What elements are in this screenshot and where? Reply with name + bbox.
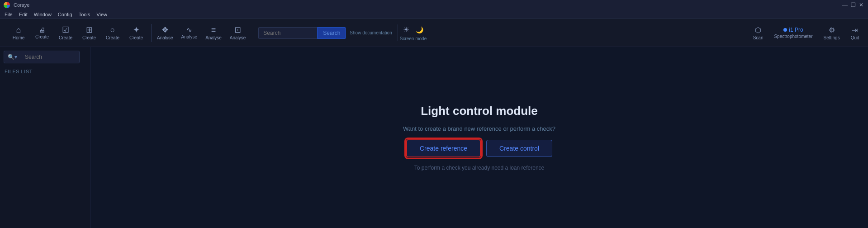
show-documentation-label: Show documentation bbox=[350, 30, 392, 35]
menu-config[interactable]: Config bbox=[55, 11, 75, 18]
scan-label: Scan bbox=[753, 35, 764, 40]
window-controls[interactable]: — ❐ ✕ bbox=[842, 2, 864, 8]
analyse3-button[interactable]: ≡ Analyse bbox=[202, 24, 225, 42]
print-icon: 🖨 bbox=[39, 27, 45, 33]
menu-view[interactable]: View bbox=[94, 11, 110, 18]
circle-icon: ○ bbox=[110, 26, 115, 34]
home-icon: ⌂ bbox=[16, 26, 21, 34]
analyse3-icon: ≡ bbox=[211, 26, 216, 34]
files-list-label: FILES LIST bbox=[4, 67, 86, 76]
print-button[interactable]: 🖨 Create bbox=[31, 25, 53, 41]
moon-screen-button[interactable]: 🌙 bbox=[414, 25, 425, 34]
spectro-status-dot bbox=[783, 28, 787, 32]
menu-tools[interactable]: Tools bbox=[76, 11, 93, 18]
spectrophotometer-button[interactable]: i1 Pro Spectrophotometer bbox=[770, 25, 816, 41]
analyse4-button[interactable]: ⊡ Analyse bbox=[226, 24, 250, 42]
create-label-4: Create bbox=[106, 35, 119, 40]
analyse-label-3: Analyse bbox=[205, 35, 222, 40]
exit-button[interactable]: ⇥ Quit bbox=[847, 24, 863, 42]
create-label-2: Create bbox=[59, 35, 72, 40]
analyse-label-4: Analyse bbox=[230, 35, 246, 40]
screen-mode-label: Screen mode bbox=[400, 36, 427, 41]
main-content: Light control module Want to create a br… bbox=[90, 47, 868, 228]
sun-create-icon: ✦ bbox=[133, 26, 140, 34]
exit-icon: ⇥ bbox=[852, 26, 858, 34]
exit-label: Quit bbox=[851, 35, 859, 40]
spectro-name: i1 Pro bbox=[783, 27, 803, 33]
hint-text: To perform a check you already need a lo… bbox=[414, 165, 545, 171]
create-label-1: Create bbox=[35, 34, 49, 39]
toolbar-search-input[interactable] bbox=[258, 27, 317, 39]
scan-button[interactable]: ⬡ Scan bbox=[749, 24, 767, 42]
analyse2-button[interactable]: ∿ Analyse bbox=[178, 24, 201, 41]
grid-button[interactable]: ⊞ Create bbox=[78, 24, 100, 42]
spectro-label: Spectrophotometer bbox=[774, 34, 812, 39]
main-layout: 🔍▾ FILES LIST Light control module Want … bbox=[0, 47, 868, 228]
title-bar-left: Coraye bbox=[4, 2, 29, 8]
menu-window[interactable]: Window bbox=[31, 11, 54, 18]
toolbar-group-analyse: ❖ Analyse ∿ Analyse ≡ Analyse ⊡ Analyse bbox=[151, 24, 251, 42]
sun-screen-icon: ☀ bbox=[403, 25, 409, 34]
settings-label: Settings bbox=[824, 35, 840, 40]
home-label: Home bbox=[13, 35, 25, 40]
create-reference-button[interactable]: Create reference bbox=[406, 139, 481, 157]
toolbar-right: ⬡ Scan i1 Pro Spectrophotometer ⚙ Settin… bbox=[749, 24, 863, 42]
sun-create-button[interactable]: ✦ Create bbox=[125, 24, 147, 42]
restore-button[interactable]: ❐ bbox=[850, 2, 856, 8]
analyse-label-2: Analyse bbox=[181, 34, 198, 39]
sidebar-search-icon: 🔍▾ bbox=[8, 54, 17, 60]
analyse-label-1: Analyse bbox=[157, 35, 173, 40]
create-label-3: Create bbox=[82, 35, 96, 40]
sidebar-search-area: 🔍▾ bbox=[4, 51, 86, 63]
analyse4-icon: ⊡ bbox=[234, 26, 241, 34]
minimize-button[interactable]: — bbox=[842, 2, 848, 8]
menu-bar: File Edit Window Config Tools View bbox=[0, 10, 868, 19]
module-title: Light control module bbox=[421, 104, 538, 118]
sidebar: 🔍▾ FILES LIST bbox=[0, 47, 90, 228]
analyse1-button[interactable]: ❖ Analyse bbox=[153, 24, 177, 42]
app-title: Coraye bbox=[14, 2, 29, 8]
sun-screen-button[interactable]: ☀ bbox=[401, 24, 411, 35]
action-buttons: Create reference Create control bbox=[406, 139, 552, 157]
close-button[interactable]: ✕ bbox=[858, 2, 864, 8]
create-control-button[interactable]: Create control bbox=[486, 140, 552, 157]
module-subtitle: Want to create a brand new reference or … bbox=[403, 125, 555, 132]
task-button[interactable]: ☑ Create bbox=[54, 24, 77, 42]
sidebar-search-input[interactable] bbox=[21, 51, 80, 63]
analyse2-icon: ∿ bbox=[186, 26, 192, 33]
grid-icon: ⊞ bbox=[86, 26, 93, 34]
settings-icon: ⚙ bbox=[829, 26, 835, 34]
search-area: Search bbox=[258, 27, 346, 39]
moon-screen-icon: 🌙 bbox=[416, 26, 423, 33]
menu-edit[interactable]: Edit bbox=[16, 11, 30, 18]
settings-button[interactable]: ⚙ Settings bbox=[820, 24, 844, 42]
home-button[interactable]: ⌂ Home bbox=[7, 24, 30, 42]
menu-file[interactable]: File bbox=[2, 11, 15, 18]
app-logo-icon bbox=[4, 2, 10, 8]
screen-mode-group: ☀ 🌙 Screen mode bbox=[398, 24, 428, 41]
title-bar: Coraye — ❐ ✕ bbox=[0, 0, 868, 10]
create-label-5: Create bbox=[129, 35, 143, 40]
sidebar-search-dropdown-button[interactable]: 🔍▾ bbox=[4, 51, 21, 63]
toolbar-group-home-create: ⌂ Home 🖨 Create ☑ Create ⊞ Create ○ Crea… bbox=[5, 24, 149, 42]
scan-icon: ⬡ bbox=[755, 26, 761, 34]
toolbar-search-button[interactable]: Search bbox=[317, 27, 346, 39]
analyse1-icon: ❖ bbox=[161, 26, 169, 34]
circle-button[interactable]: ○ Create bbox=[101, 24, 124, 42]
task-icon: ☑ bbox=[62, 26, 69, 34]
toolbar: ⌂ Home 🖨 Create ☑ Create ⊞ Create ○ Crea… bbox=[0, 19, 868, 47]
